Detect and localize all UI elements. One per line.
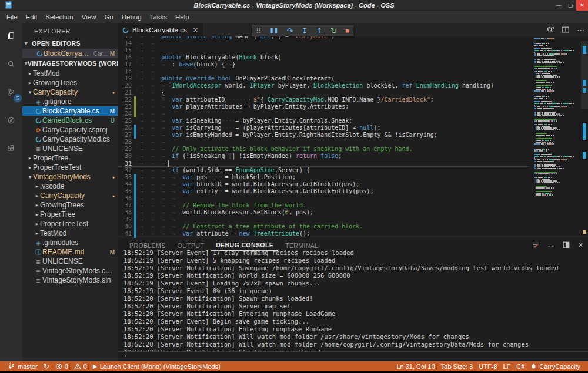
tree-item[interactable]: ▸CarryCapacity●: [22, 191, 118, 200]
tree-item[interactable]: ◈.gitignore: [22, 97, 118, 106]
minimap-line: [532, 82, 581, 83]
minimap-line: [532, 59, 581, 60]
overview-ruler[interactable]: [581, 36, 588, 238]
more-actions-icon[interactable]: ⋯: [577, 26, 584, 35]
tree-item[interactable]: ▸ProperTree: [22, 210, 118, 219]
tree-item[interactable]: ▸GrowingTrees: [22, 78, 118, 88]
pause-icon[interactable]: ❚❚: [270, 28, 279, 33]
menu-item-go[interactable]: Go: [100, 12, 117, 22]
close-tab-icon[interactable]: ✕: [193, 26, 198, 34]
status-ln-31-col-10[interactable]: Ln 31, Col 10: [393, 361, 437, 371]
clear-console-icon[interactable]: [532, 241, 540, 249]
activitybar-explorer[interactable]: [4, 28, 19, 43]
menu-item-selection[interactable]: Selection: [41, 12, 77, 22]
minimap[interactable]: [532, 38, 581, 238]
minimap-line: [532, 55, 581, 56]
file-label: .gitmodules: [42, 238, 78, 247]
status-sync[interactable]: ↻: [41, 361, 52, 371]
ruler-mark: [583, 152, 586, 159]
maximize-button[interactable]: ▢: [564, 0, 576, 11]
status-utf-8[interactable]: UTF-8: [476, 361, 500, 371]
maximize-panel-icon[interactable]: [562, 241, 570, 249]
tree-item[interactable]: ▾CarryCapacity●: [22, 88, 118, 97]
activitybar-source-control[interactable]: 5: [4, 85, 19, 100]
status-carrycapacity[interactable]: CarryCapacity: [527, 361, 583, 371]
status-play[interactable]: ▶Launch Client (Mono) (VintageStoryMods): [90, 361, 223, 371]
activitybar-debug[interactable]: [4, 113, 19, 128]
tree-item[interactable]: ⓘREADME.mdM: [22, 247, 118, 257]
line-number: 18: [118, 68, 134, 75]
step-out-icon[interactable]: ↥: [316, 27, 322, 35]
tree-item[interactable]: ▸TestMod: [22, 69, 118, 78]
tree-item[interactable]: ▸.vscode: [22, 182, 118, 191]
tree-item[interactable]: ≣VintageStoryMods.sln: [22, 275, 118, 285]
file-label: UNLICENSE: [42, 145, 83, 153]
minimize-button[interactable]: —: [553, 0, 564, 11]
explorer-icon: [7, 32, 15, 40]
open-editor-item[interactable]: BlockCarryable.csCar...M: [22, 49, 118, 58]
tree-item[interactable]: ▾VintageStoryMods●: [22, 172, 118, 182]
minimap-line: [532, 52, 581, 53]
csharp-icon: [34, 117, 42, 124]
step-over-icon[interactable]: ↷: [287, 27, 293, 35]
open-preview-icon[interactable]: [546, 26, 554, 34]
code-text: → → →: [136, 110, 172, 117]
minimap-line: [532, 152, 581, 153]
step-into-icon[interactable]: ↧: [302, 27, 308, 35]
tree-item[interactable]: ▸ProperTreeTest: [22, 219, 118, 228]
open-editors-header[interactable]: ▾OPEN EDITORS: [22, 38, 118, 49]
line-number: 21: [118, 89, 134, 96]
tree-item[interactable]: ≣UNLICENSE: [22, 144, 118, 153]
tab-blockcarryable[interactable]: BlockCarryable.cs ✕: [118, 23, 203, 36]
tree-item[interactable]: ▸GrowingTrees: [22, 200, 118, 210]
close-button[interactable]: ✕: [576, 0, 588, 11]
debug-console-input[interactable]: ›: [118, 351, 588, 359]
activitybar-search[interactable]: [4, 56, 19, 72]
debug-console-output[interactable]: 18:52:19 [Server Event] 17 clay forming …: [118, 249, 588, 351]
tree-item[interactable]: BlockCarryable.csM: [22, 106, 118, 116]
tree-item[interactable]: ▸TestMod: [22, 228, 118, 238]
tree-item[interactable]: ≣UNLICENSE: [22, 257, 118, 266]
minimap-line: [532, 129, 581, 130]
status-warning[interactable]: 0: [71, 361, 90, 371]
menu-item-edit[interactable]: Edit: [22, 12, 42, 22]
menu-item-debug[interactable]: Debug: [118, 12, 146, 22]
chevron-right-icon: ▸: [34, 183, 40, 189]
status-error[interactable]: 0: [52, 361, 71, 371]
tree-item[interactable]: ⚙CarryCapacity.csproj: [22, 125, 118, 135]
tree-item[interactable]: ▸ProperTree: [22, 153, 118, 163]
minimap-line: [532, 133, 581, 134]
status-branch[interactable]: master: [5, 361, 41, 371]
status-tab-size-3[interactable]: Tab Size: 3: [438, 361, 476, 371]
menu-item-help[interactable]: Help: [171, 12, 193, 22]
split-editor-icon[interactable]: [562, 26, 570, 34]
bottom-panel: PROBLEMSOUTPUTDEBUG CONSOLETERMINAL ︿✕ 1…: [118, 238, 588, 361]
file-label: ProperTreeTest: [33, 163, 81, 172]
debug-toolbar: ⠿❚❚↷↧↥↻■: [252, 25, 353, 36]
status-lf[interactable]: LF: [500, 361, 513, 371]
tree-item[interactable]: ▸ProperTreeTest: [22, 163, 118, 172]
code-line: 27→ → → var isEmptyHanded = byPlayer.Ent…: [118, 132, 529, 139]
code-text: → → → → var attribute = new TreeAttribut…: [136, 230, 310, 237]
maximize-panel-chevron-icon[interactable]: ︿: [548, 241, 554, 250]
workbench: 5 EXPLORER ▾OPEN EDITORS BlockCarryable.…: [0, 23, 588, 361]
status-c#[interactable]: C#: [513, 361, 527, 371]
tree-item[interactable]: CarryCapacityMod.cs: [22, 135, 118, 144]
git-icon: ◈: [34, 240, 42, 246]
restart-icon[interactable]: ↻: [330, 27, 337, 35]
minimap-line: [532, 172, 581, 173]
code-editor[interactable]: 13→ → public static string NAME { get; }…: [118, 36, 588, 238]
tree-item[interactable]: CarriedBlock.csU: [22, 116, 118, 125]
menu-item-tasks[interactable]: Tasks: [146, 12, 171, 22]
status-label: UTF-8: [479, 363, 497, 370]
menu-item-view[interactable]: View: [78, 12, 101, 22]
tree-item[interactable]: ≣VintageStoryMods.code-work...: [22, 266, 118, 275]
menu-item-file[interactable]: File: [2, 12, 22, 22]
close-panel-icon[interactable]: ✕: [578, 241, 583, 249]
workspace-header[interactable]: ▾VINTAGESTORYMODS (WORKSPACE): [22, 58, 118, 69]
activitybar-extensions[interactable]: [4, 141, 19, 156]
minimap-line: [532, 61, 581, 62]
stop-icon[interactable]: ■: [345, 28, 349, 34]
minimap-line: [532, 85, 581, 86]
tree-item[interactable]: ◈.gitmodules: [22, 238, 118, 247]
